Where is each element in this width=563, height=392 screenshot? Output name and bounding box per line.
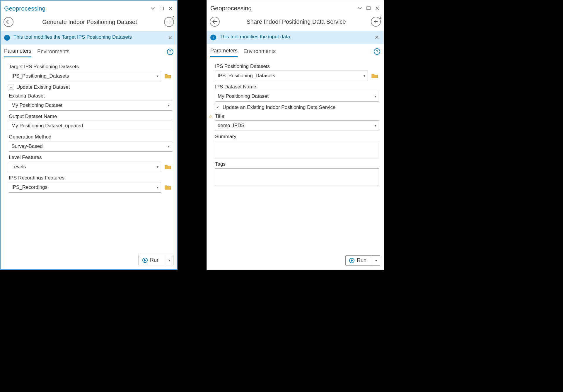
footer: Run ▾ [1,252,177,269]
tool-header: Generate Indoor Positioning Dataset 2 [1,15,177,31]
input-output-name[interactable]: My Positioning Dataset_updated [9,121,172,131]
close-icon[interactable] [167,5,174,12]
combo-ips-value: IPS_Positioning_Datasets [218,73,275,79]
dropdown-icon[interactable] [356,5,363,12]
banner-close-button[interactable]: ✕ [373,34,380,41]
checkbox-update-existing[interactable]: ✓ Update Existing Dataset [9,84,172,90]
tab-environments[interactable]: Environments [37,47,69,57]
dropdown-icon[interactable] [149,5,156,12]
combo-title[interactable]: demo_IPDS ▾ [215,120,379,131]
combo-ips-datasets[interactable]: IPS_Positioning_Datasets ▾ [215,71,368,81]
combo-ips-recordings[interactable]: IPS_Recordings ▾ [9,182,161,193]
tab-parameters[interactable]: Parameters [4,46,31,57]
label-summary: Summary [215,134,379,140]
combo-genmethod-value: Survey-Based [11,143,43,149]
run-dropdown[interactable]: ▾ [165,255,173,265]
geoprocessing-pane-generate: Geoprocessing Generate Indoor Positionin… [0,0,178,270]
checkbox-icon: ✓ [215,105,220,110]
label-level-features: Level Features [9,155,172,160]
chevron-down-icon: ▾ [157,165,158,169]
play-icon [349,258,354,263]
browse-button-level[interactable] [163,162,172,172]
checkbox-icon: ✓ [9,85,14,90]
titlebar: Geoprocessing [1,1,177,15]
pane-title: Geoprocessing [4,5,148,12]
combo-recordings-value: IPS_Recordings [11,184,47,190]
tool-title: Share Indoor Positioning Data Service [224,18,368,25]
back-button[interactable] [210,17,220,27]
tabs: Parameters Environments ? [207,44,384,57]
label-target-ips: Target IPS Positioning Datasets [9,64,172,70]
badge-count: 2 [379,16,381,20]
banner-close-button[interactable]: ✕ [167,34,173,42]
pane-title: Geoprocessing [210,5,354,12]
textarea-summary[interactable] [215,141,379,158]
chevron-down-icon: ▾ [168,144,170,148]
svg-rect-0 [160,7,163,10]
run-label: Run [150,257,160,263]
back-button[interactable] [4,17,13,27]
geoprocessing-pane-share: Geoprocessing Share Indoor Positioning D… [207,0,384,270]
run-button-group: Run ▾ [139,255,173,265]
run-button-group: Run ▾ [345,255,380,266]
info-banner: i This tool modifies the Target IPS Posi… [1,31,177,44]
help-button[interactable]: ? [374,48,380,55]
combo-existing-value: My Positioning Dataset [11,102,62,108]
combo-name-value: My Positioning Dataset [218,93,269,99]
svg-rect-1 [367,7,370,10]
titlebar: Geoprocessing [207,0,384,15]
run-button[interactable]: Run [139,255,165,265]
label-dataset-name: IPS Dataset Name [215,84,379,90]
label-tags: Tags [215,161,379,167]
info-banner: i This tool modifies the input data. ✕ [207,31,384,44]
combo-level-features[interactable]: Levels ▾ [9,162,161,172]
label-existing-dataset: Existing Dataset [9,93,172,99]
open-another-button[interactable]: 2 [164,17,174,27]
run-button[interactable]: Run [346,256,372,265]
chevron-down-icon: ▾ [157,185,158,189]
open-another-button[interactable]: 2 [371,17,381,27]
badge-count: 2 [173,16,175,20]
maximize-icon[interactable] [158,5,165,12]
browse-button-recordings[interactable] [163,182,172,193]
label-ips-recordings: IPS Recordings Features [9,175,172,181]
combo-existing-dataset[interactable]: My Positioning Dataset ▾ [9,100,172,111]
run-dropdown[interactable]: ▾ [372,256,380,265]
browse-button-ips[interactable] [370,71,379,81]
info-text: This tool modifies the input data. [220,34,370,40]
label-title: ⚠ Title [215,113,379,119]
maximize-icon[interactable] [365,5,372,12]
textarea-tags[interactable] [215,168,379,186]
close-icon[interactable] [374,5,381,12]
parameters-body: IPS Positioning Datasets IPS_Positioning… [207,57,384,252]
chevron-down-icon: ▾ [157,74,158,78]
combo-dataset-name[interactable]: My Positioning Dataset ▾ [215,91,379,102]
footer: Run ▾ [207,252,384,270]
label-ips-datasets: IPS Positioning Datasets [215,64,379,69]
tab-environments[interactable]: Environments [243,47,276,57]
checkbox-update-service[interactable]: ✓ Update an Existing Indoor Positioning … [215,105,379,110]
browse-button-target[interactable] [163,71,172,81]
label-generation-method: Generation Method [9,134,172,140]
tab-parameters[interactable]: Parameters [210,46,238,57]
chevron-down-icon: ▾ [168,103,170,107]
tabs: Parameters Environments ? [1,44,177,57]
label-output-name: Output Dataset Name [9,114,172,119]
checkbox-label: Update Existing Dataset [16,84,70,90]
input-output-value: My Positioning Dataset_updated [11,123,83,129]
combo-target-ips[interactable]: IPS_Positioning_Datasets ▾ [9,71,161,81]
info-icon: i [4,35,10,41]
warning-icon: ⚠ [209,114,213,119]
combo-target-ips-value: IPS_Positioning_Datasets [11,73,69,79]
combo-level-value: Levels [11,164,26,170]
run-label: Run [357,257,366,263]
tool-header: Share Indoor Positioning Data Service 2 [207,15,384,31]
info-text: This tool modifies the Target IPS Positi… [13,34,163,41]
help-button[interactable]: ? [167,49,173,55]
combo-generation-method[interactable]: Survey-Based ▾ [9,141,172,152]
combo-title-value: demo_IPDS [218,123,245,129]
play-icon [142,258,148,263]
parameters-body: Target IPS Positioning Datasets IPS_Posi… [1,57,177,252]
tool-title: Generate Indoor Positioning Dataset [18,19,162,25]
chevron-down-icon: ▾ [364,74,365,78]
